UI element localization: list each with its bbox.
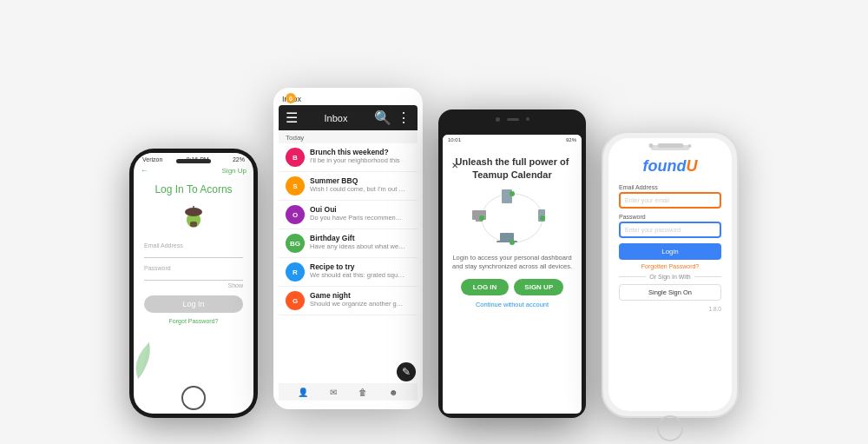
sensor-dot (526, 117, 529, 121)
teamup-content: Unleash the full power of Teamup Calenda… (443, 145, 582, 315)
message-sender: Oui Oui (310, 205, 405, 214)
leaf-decoration (134, 339, 164, 382)
home-button[interactable] (657, 415, 683, 441)
status-bar: 10:01 92% (443, 135, 582, 145)
nav-bar: ← Sign Up (134, 164, 253, 176)
time-label: 8:16 PM (187, 156, 209, 162)
sso-button[interactable]: Single Sign On (619, 284, 721, 301)
svg-rect-1 (190, 222, 197, 227)
message-content: Summer BBQ Wish I could come, but I'm ou… (310, 176, 405, 193)
forgot-password-link[interactable]: Forgot Password? (144, 318, 243, 324)
message-item[interactable]: O Oui Oui Do you have Paris recommendati… (279, 201, 418, 229)
login-button[interactable]: LOG IN (461, 279, 510, 295)
message-item[interactable]: S Summer BBQ Wish I could come, but I'm … (279, 172, 418, 201)
message-content: Game night Should we organize another ga… (310, 291, 405, 308)
forgot-link[interactable]: Forgotten Password? (619, 263, 721, 269)
message-sender: Summer BBQ (310, 176, 405, 185)
app-title: Log In To Acorns (134, 176, 253, 199)
login-form: Email Address Password Show Log In Forgo… (134, 239, 253, 328)
message-list: B Brunch this weekend? I'll be in your n… (279, 143, 418, 315)
foundu-logo: foundU (619, 157, 721, 176)
signup-link[interactable]: Sign Up (222, 167, 247, 175)
message-preview: Do you have Paris recommendations? (310, 214, 405, 222)
message-content: Brunch this weekend? I'll be in your nei… (310, 148, 400, 164)
time: 10:01 (448, 137, 461, 142)
sensor (688, 144, 692, 148)
carrier-label: Verizon (142, 156, 162, 162)
email-label: Email Address (144, 242, 243, 249)
teamup-subtitle: Login to access your personal dashboard … (451, 254, 573, 271)
message-preview: Wish I could come, but I'm out of town (310, 185, 405, 193)
trash-icon[interactable]: 🗑 (358, 388, 367, 397)
teamup-screen: 10:01 92% ✕ Unleash the full power of Te… (443, 135, 582, 414)
show-password[interactable]: Show (144, 282, 243, 288)
inbox-screen: ☰ Inbox 🔍 ⋮ Today B Brunch this weekend?… (279, 105, 418, 402)
message-preview: I'll be in your neighborhood this (310, 156, 400, 164)
screenshot-scene: Verizon 8:16 PM 22% ← Sign Up Log In To … (0, 0, 868, 444)
email-input[interactable]: Enter your email (619, 192, 721, 209)
compose-fab[interactable]: ✎ (397, 362, 416, 381)
message-item[interactable]: G Game night Should we organize another … (279, 287, 418, 315)
back-nav[interactable]: ◁ (475, 418, 482, 427)
divider-text: Or Sign In With (649, 274, 690, 280)
back-button[interactable]: ← (141, 166, 148, 175)
top-bar (443, 114, 582, 124)
login-button[interactable]: Log In (144, 295, 243, 313)
window-label: Inbox (279, 93, 418, 105)
bottom-bar: 👤 ✉ 🗑 ☻ (279, 383, 418, 401)
camera (649, 143, 654, 148)
contacts-icon[interactable]: 👤 (298, 388, 308, 397)
recents-nav[interactable]: □ (544, 418, 549, 427)
close-button[interactable]: ✕ (451, 161, 458, 170)
email-placeholder: Enter your email (625, 197, 669, 203)
phone-teamup: 10:01 92% ✕ Unleash the full power of Te… (438, 109, 586, 418)
foundu-body: foundU Email Address Enter your email Pa… (608, 150, 732, 411)
avatar: S (286, 176, 305, 195)
notification-dot: 0 (286, 93, 296, 103)
divider-left (619, 276, 646, 277)
password-input[interactable] (144, 272, 243, 281)
more-bottom-icon[interactable]: ☻ (389, 388, 398, 397)
more-icon[interactable]: ⋮ (397, 109, 411, 126)
acorns-logo (134, 199, 253, 239)
password-label: Password (144, 265, 243, 271)
message-item[interactable]: B Brunch this weekend? I'll be in your n… (279, 143, 418, 172)
signup-button[interactable]: SIGN UP (514, 279, 563, 295)
avatar: R (286, 262, 305, 282)
camera-dot (496, 117, 500, 122)
continue-link[interactable]: Continue without account (451, 301, 573, 308)
inbox-header: ☰ Inbox 🔍 ⋮ (279, 105, 418, 130)
message-sender: Brunch this weekend? (310, 148, 400, 156)
divider: Or Sign In With (619, 274, 721, 280)
message-preview: Should we organize another game (310, 300, 405, 308)
teamup-actions: LOG IN SIGN UP (451, 279, 573, 295)
svg-point-11 (510, 191, 515, 196)
phone-foundu: foundU Email Address Enter your email Pa… (602, 131, 739, 418)
password-label: Password (619, 214, 721, 220)
password-input[interactable]: Enter your password (619, 222, 721, 238)
battery: 92% (566, 137, 576, 142)
message-content: Birthday Gift Have any ideas about what … (310, 234, 405, 250)
device-diagram (469, 188, 556, 249)
iphone-top-bar (649, 143, 692, 148)
search-icon[interactable]: 🔍 (374, 109, 391, 126)
foundu-screen: foundU Email Address Enter your email Pa… (608, 138, 732, 411)
svg-point-13 (510, 240, 515, 245)
home-button[interactable] (181, 386, 206, 410)
message-content: Recipe to try We should eat this: grated… (310, 262, 405, 279)
mail-icon[interactable]: ✉ (330, 388, 337, 397)
email-input[interactable] (144, 249, 243, 258)
message-item[interactable]: BG Birthday Gift Have any ideas about wh… (279, 229, 418, 258)
message-item[interactable]: R Recipe to try We should eat this: grat… (279, 258, 418, 287)
home-nav[interactable]: ○ (510, 418, 516, 427)
inbox-title: Inbox (325, 113, 348, 123)
android-nav: ◁ ○ □ (443, 414, 582, 431)
battery-label: 22% (233, 156, 245, 162)
message-sender: Birthday Gift (310, 234, 405, 242)
message-preview: We should eat this: grated squash, (310, 271, 405, 279)
login-button[interactable]: Login (619, 243, 721, 260)
message-preview: Have any ideas about what we should (310, 242, 405, 250)
phone-acorns: Verizon 8:16 PM 22% ← Sign Up Log In To … (129, 149, 258, 418)
menu-icon[interactable]: ☰ (286, 109, 298, 126)
speaker-slot (507, 118, 519, 121)
